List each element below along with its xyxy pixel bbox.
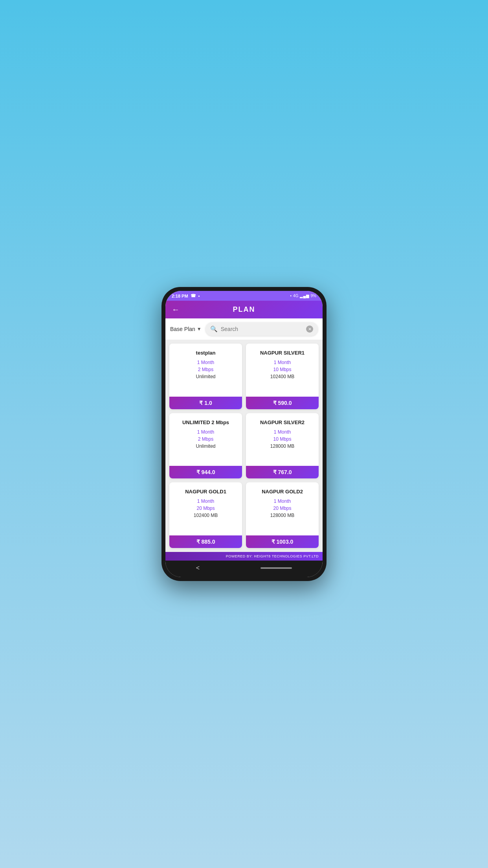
header: ← PLAN (165, 301, 323, 318)
base-plan-label: Base Plan (170, 326, 195, 332)
plan-data: Unlimited (196, 443, 215, 449)
plan-data: 102400 MB (270, 374, 294, 379)
plan-name: UNLIMITED 2 Mbps (182, 419, 229, 425)
status-time: 2:18 PM (172, 294, 188, 298)
plan-speed: 2 Mbps (198, 367, 213, 372)
plan-card[interactable]: NAGPUR GOLD2 1 Month 20 Mbps 128000 MB ₹… (246, 482, 319, 548)
plan-price-bar: ₹ 885.0 (169, 535, 242, 548)
search-box: 🔍 ✕ (205, 322, 318, 336)
plan-content: NAGPUR GOLD2 1 Month 20 Mbps 128000 MB (246, 482, 319, 535)
plan-price: ₹ 1003.0 (272, 539, 294, 545)
plan-content: NAGPUR SILVER1 1 Month 10 Mbps 102400 MB (246, 344, 319, 397)
footer-bar: POWERED BY: HEIGHT8 TECHNOLOGIES PVT.LTD (165, 552, 323, 561)
status-dot2: • (290, 294, 292, 298)
plan-duration: 1 Month (274, 360, 291, 365)
plan-card[interactable]: testplan 1 Month 2 Mbps Unlimited ₹ 1.0 (169, 344, 242, 409)
plan-data: 128000 MB (270, 443, 294, 449)
plan-price-bar: ₹ 767.0 (246, 466, 319, 478)
plan-name: NAGPUR SILVER2 (260, 419, 305, 425)
plan-price: ₹ 1.0 (199, 400, 212, 406)
home-nav-pill[interactable] (261, 567, 292, 569)
plan-content: NAGPUR SILVER2 1 Month 10 Mbps 128000 MB (246, 413, 319, 466)
back-nav-button[interactable]: < (196, 565, 200, 572)
plan-duration: 1 Month (197, 429, 214, 435)
clear-search-button[interactable]: ✕ (306, 326, 313, 333)
plan-name: NAGPUR GOLD2 (262, 489, 303, 495)
plan-duration: 1 Month (197, 498, 214, 504)
back-button[interactable]: ← (172, 305, 180, 314)
status-call-icon: ☎ (191, 293, 196, 298)
plan-price-bar: ₹ 944.0 (169, 466, 242, 478)
status-time-area: 2:18 PM ☎ • (172, 293, 200, 298)
plan-price: ₹ 944.0 (196, 469, 215, 475)
status-dot: • (198, 294, 200, 298)
search-filter-area: Base Plan ▼ 🔍 ✕ (165, 318, 323, 340)
plan-price: ₹ 767.0 (273, 469, 292, 475)
plan-duration: 1 Month (274, 429, 291, 435)
plan-content: UNLIMITED 2 Mbps 1 Month 2 Mbps Unlimite… (169, 413, 242, 466)
plan-speed: 10 Mbps (273, 367, 291, 372)
plan-price-bar: ₹ 590.0 (246, 397, 319, 409)
page-title: PLAN (233, 305, 255, 314)
footer-text: POWERED BY: HEIGHT8 TECHNOLOGIES PVT.LTD (226, 554, 319, 558)
base-plan-dropdown[interactable]: Base Plan ▼ (170, 326, 202, 332)
plan-speed: 10 Mbps (273, 436, 291, 442)
plan-speed: 2 Mbps (198, 436, 213, 442)
plan-speed: 20 Mbps (273, 506, 291, 511)
plan-price-bar: ₹ 1.0 (169, 397, 242, 409)
plan-card[interactable]: UNLIMITED 2 Mbps 1 Month 2 Mbps Unlimite… (169, 413, 242, 479)
status-network: 4G (293, 294, 298, 298)
plan-data: 102400 MB (194, 513, 218, 518)
status-battery: 9% (311, 294, 316, 298)
plans-grid: testplan 1 Month 2 Mbps Unlimited ₹ 1.0 … (165, 340, 323, 552)
plan-speed: 20 Mbps (196, 506, 215, 511)
plan-card[interactable]: NAGPUR SILVER2 1 Month 10 Mbps 128000 MB… (246, 413, 319, 479)
nav-bar: < (165, 561, 323, 577)
phone-frame: 2:18 PM ☎ • • 4G ▂▄▆ 9% ← PLAN Base Plan… (161, 287, 327, 581)
phone-screen: 2:18 PM ☎ • • 4G ▂▄▆ 9% ← PLAN Base Plan… (165, 291, 323, 577)
plan-content: NAGPUR GOLD1 1 Month 20 Mbps 102400 MB (169, 482, 242, 535)
plan-data: Unlimited (196, 374, 215, 379)
plan-duration: 1 Month (274, 498, 291, 504)
plan-price-bar: ₹ 1003.0 (246, 535, 319, 548)
search-input[interactable] (221, 326, 303, 332)
plan-price: ₹ 885.0 (196, 539, 215, 545)
status-signal-icon: ▂▄▆ (300, 294, 309, 298)
plan-name: testplan (196, 350, 216, 356)
plan-duration: 1 Month (197, 360, 214, 365)
plan-name: NAGPUR SILVER1 (260, 350, 305, 356)
status-right-area: • 4G ▂▄▆ 9% (290, 294, 316, 298)
chevron-down-icon: ▼ (197, 326, 202, 332)
plan-price: ₹ 590.0 (273, 400, 292, 406)
plan-card[interactable]: NAGPUR SILVER1 1 Month 10 Mbps 102400 MB… (246, 344, 319, 409)
plan-card[interactable]: NAGPUR GOLD1 1 Month 20 Mbps 102400 MB ₹… (169, 482, 242, 548)
plan-name: NAGPUR GOLD1 (185, 489, 226, 495)
plan-content: testplan 1 Month 2 Mbps Unlimited (169, 344, 242, 397)
plan-data: 128000 MB (270, 513, 294, 518)
status-bar: 2:18 PM ☎ • • 4G ▂▄▆ 9% (165, 291, 323, 301)
search-icon: 🔍 (210, 326, 218, 333)
